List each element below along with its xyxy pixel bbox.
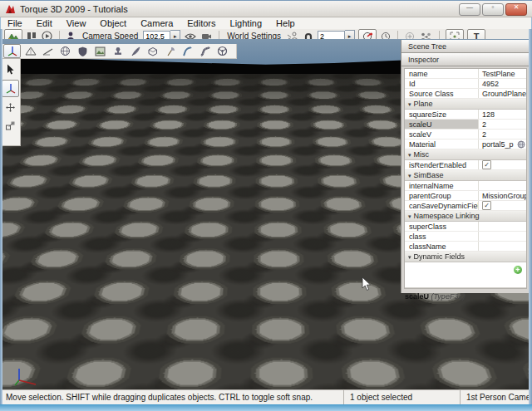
axis-gizmo	[9, 365, 42, 389]
property-value[interactable]: 4952	[479, 80, 526, 88]
property-value[interactable]: 2	[479, 130, 526, 139]
property-label: name	[405, 69, 479, 78]
section-dynamic-fields[interactable]: ▾ Dynamic Fields	[405, 252, 526, 262]
axe-tool-button[interactable]	[162, 45, 178, 57]
property-label: Material	[405, 139, 479, 149]
row-classname[interactable]: className	[405, 242, 526, 252]
minimize-button[interactable]: —	[459, 3, 480, 16]
angle-ruler-icon	[42, 46, 54, 56]
close-button[interactable]: ✕	[505, 3, 527, 16]
scene-tree-header[interactable]: Scene Tree	[401, 40, 529, 53]
property-value[interactable]: MissionGroup	[479, 192, 526, 200]
menu-file[interactable]: File	[7, 18, 22, 28]
close-icon: ✕	[506, 3, 526, 11]
section-label: Namespace Linking	[414, 212, 480, 220]
feather-tool-button[interactable]	[127, 45, 143, 57]
inspector-body: name TestPlane Id 4952 Source Class Grou…	[404, 68, 527, 289]
menu-view[interactable]: View	[66, 18, 86, 28]
menu-object[interactable]: Object	[100, 18, 126, 28]
section-simbase[interactable]: ▾ SimBase	[405, 170, 526, 181]
status-hint: Move selection. SHIFT while dragging dup…	[0, 393, 343, 402]
property-value[interactable]: 128	[479, 110, 526, 119]
menu-help[interactable]: Help	[276, 18, 295, 28]
terrain-editor-button[interactable]	[22, 45, 38, 57]
property-label: squareSize	[405, 110, 479, 119]
caret-down-icon: ▾	[408, 213, 411, 219]
row-parentgroup[interactable]: parentGroup MissionGroup	[405, 191, 526, 201]
section-label: Misc	[414, 150, 430, 159]
status-camera-mode: 1st Person Camera	[461, 393, 532, 402]
menu-edit[interactable]: Edit	[37, 18, 52, 28]
section-label: Plane	[414, 100, 433, 108]
object-editor-button[interactable]	[3, 44, 21, 58]
app-window: Torque 3D 2009 - Tutorials — ▫ ✕ File Ed…	[0, 0, 532, 411]
material-editor-button[interactable]	[57, 45, 73, 57]
window-border-bottom	[0, 404, 532, 411]
checkbox-checked[interactable]: ✓	[482, 160, 491, 169]
road-icon	[200, 46, 210, 56]
stamp-tool-button[interactable]	[110, 45, 126, 57]
property-label: scaleV	[405, 130, 479, 139]
section-plane[interactable]: ▾ Plane	[405, 99, 526, 110]
plus-icon: +	[515, 267, 520, 274]
move-cross-icon	[5, 102, 16, 113]
shield-editor-button[interactable]	[75, 45, 91, 57]
move-tool-button[interactable]	[2, 80, 19, 97]
title-bar[interactable]: Torque 3D 2009 - Tutorials — ▫ ✕	[0, 1, 532, 17]
section-misc[interactable]: ▾ Misc	[405, 149, 526, 160]
scale-icon	[5, 120, 16, 131]
menu-lighting[interactable]: Lighting	[230, 18, 263, 28]
row-cansavedynamicfields[interactable]: canSaveDynamicFields ✓	[405, 201, 526, 211]
select-tool-button[interactable]	[2, 61, 18, 77]
section-label: Dynamic Fields	[414, 252, 466, 261]
row-class[interactable]: class	[405, 232, 526, 242]
globe-icon	[60, 46, 71, 56]
property-value[interactable]: 2	[479, 120, 526, 129]
section-namespace-linking[interactable]: ▾ Namespace Linking	[405, 211, 526, 222]
inspector-header[interactable]: Inspector	[401, 53, 529, 66]
row-superclass[interactable]: superClass	[405, 222, 526, 232]
material-globe-icon[interactable]	[517, 140, 525, 149]
maximize-button[interactable]: ▫	[482, 3, 504, 16]
property-label: isRenderEnabled	[405, 160, 479, 169]
row-scalev[interactable]: scaleV 2	[405, 130, 526, 139]
stamp-icon	[113, 46, 123, 56]
row-material[interactable]: Material portal5_p	[405, 139, 526, 149]
dynamic-fields-area: +	[405, 262, 526, 288]
steering-wheel-icon	[217, 46, 228, 56]
shape-editor-button[interactable]	[145, 45, 160, 57]
inspector-panel: Scene Tree Inspector name TestPlane Id 4…	[401, 40, 529, 293]
property-value[interactable]: GroundPlane	[479, 90, 526, 98]
row-scaleu[interactable]: scaleU 2	[405, 120, 526, 130]
maximize-icon: ▫	[483, 3, 503, 11]
window-title: Torque 3D 2009 - Tutorials	[20, 4, 128, 14]
row-squaresize[interactable]: squareSize 128	[405, 110, 526, 120]
property-label: className	[405, 242, 479, 251]
row-name[interactable]: name TestPlane	[405, 69, 526, 79]
rotate-tool-button[interactable]	[2, 100, 18, 115]
menu-editors[interactable]: Editors	[187, 18, 215, 28]
row-source-class[interactable]: Source Class GroundPlane	[405, 89, 526, 99]
road-editor-button[interactable]	[197, 45, 213, 57]
gizmo-axes-icon	[7, 46, 18, 56]
menu-camera[interactable]: Camera	[140, 18, 173, 28]
row-id[interactable]: Id 4952	[405, 79, 526, 89]
material-name: portal5_p	[482, 140, 514, 149]
terrain-painter-button[interactable]	[40, 45, 56, 57]
property-value[interactable]: TestPlane	[479, 70, 526, 78]
river-editor-button[interactable]	[180, 45, 195, 57]
field-doc-footer: scaleU (TypeF32)	[401, 289, 529, 301]
property-label: Source Class	[405, 89, 479, 98]
row-internalname[interactable]: internalName	[405, 181, 526, 191]
row-isrenderenabled[interactable]: isRenderEnabled ✓	[405, 160, 526, 170]
shield-icon	[78, 46, 87, 56]
checkbox-checked[interactable]: ✓	[482, 201, 491, 210]
add-dynamic-field-button[interactable]: +	[514, 266, 522, 274]
vehicle-editor-button[interactable]	[214, 45, 230, 57]
scale-tool-button[interactable]	[2, 118, 18, 134]
property-value[interactable]: portal5_p	[479, 140, 526, 149]
terrain-texture-button[interactable]	[92, 45, 108, 57]
gizmo-axes-icon	[5, 83, 17, 94]
status-bar: Move selection. SHIFT while dragging dup…	[0, 389, 532, 404]
feather-icon	[131, 46, 140, 56]
